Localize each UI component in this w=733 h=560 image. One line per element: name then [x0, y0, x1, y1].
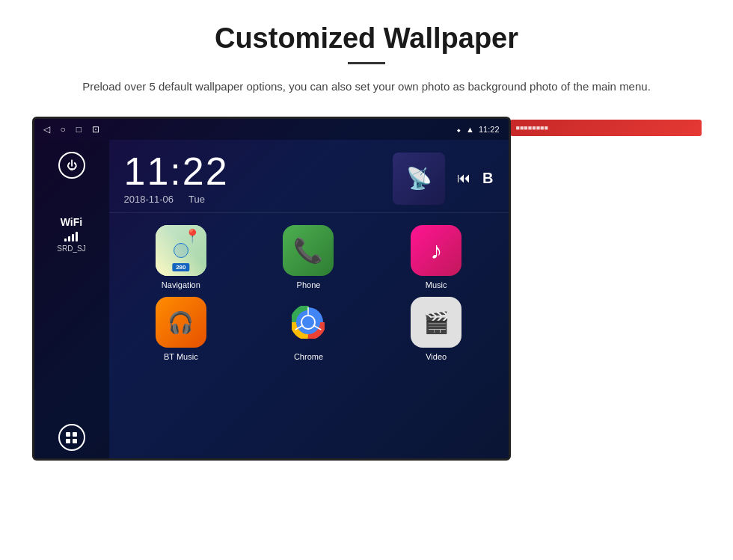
wifi-bar-4 [76, 232, 78, 241]
music-label: Music [426, 280, 447, 289]
clock-block: 11:22 2018-11-06 Tue [124, 152, 378, 205]
bt-music-app-icon: 🎧 [156, 297, 206, 348]
date-value: 2018-11-06 [124, 194, 174, 205]
music-icon: ♪ [430, 237, 442, 265]
clock-area: 11:22 2018-11-06 Tue 📡 ⏮ B [109, 140, 509, 213]
wifi-bar-1 [64, 239, 67, 241]
navigation-label: Navigation [162, 280, 200, 289]
page-wrapper: Customized Wallpaper Preload over 5 defa… [0, 0, 733, 476]
app-item-music[interactable]: ♪ Music [376, 225, 497, 289]
android-screen: ◁ ○ □ ⊡ ⬥ ▲ 11:22 ⏻ [32, 117, 511, 461]
red-bar-label: ■■■■■■■■ [516, 124, 549, 132]
prev-track-icon[interactable]: ⏮ [457, 170, 470, 186]
device-container: ◁ ○ □ ⊡ ⬥ ▲ 11:22 ⏻ [30, 117, 703, 461]
chrome-svg [292, 306, 325, 339]
video-app-icon: 🎬 [411, 297, 461, 348]
video-label: Video [426, 352, 447, 361]
phone-icon: 📞 [293, 236, 323, 265]
title-divider [348, 62, 385, 64]
music-app-icon: ♪ [411, 225, 461, 276]
wifi-ssid: SRD_SJ [57, 244, 85, 253]
bluetooth-icon: 🎧 [168, 310, 194, 335]
app-item-video[interactable]: 🎬 Video [376, 297, 497, 361]
chrome-label: Chrome [294, 352, 323, 361]
wifi-bars [64, 231, 78, 241]
phone-app-icon: 📞 [283, 225, 334, 276]
wallpaper-panel: ■■■■■■■■ [507, 117, 702, 139]
power-button[interactable]: ⏻ [58, 152, 85, 179]
wifi-label: WiFi [61, 216, 82, 228]
phone-label: Phone [297, 280, 321, 289]
wifi-widget: WiFi SRD_SJ [57, 216, 85, 253]
center-content: 11:22 2018-11-06 Tue 📡 ⏮ B [109, 140, 509, 461]
location-icon: ⬥ [456, 125, 461, 134]
wifi-bar-3 [72, 234, 74, 241]
app-item-chrome[interactable]: Chrome [248, 297, 369, 361]
power-icon: ⏻ [67, 159, 77, 171]
page-title: Customized Wallpaper [30, 22, 703, 55]
home-icon[interactable]: ○ [61, 124, 66, 135]
app-item-bt-music[interactable]: 🎧 BT Music [121, 297, 242, 361]
status-bar: ◁ ○ □ ⊡ ⬥ ▲ 11:22 [34, 119, 509, 140]
media-box: 📡 [393, 153, 445, 205]
dot-4 [73, 439, 77, 443]
wifi-bar-2 [68, 236, 70, 241]
dot-1 [66, 432, 70, 437]
video-icon: 🎬 [423, 310, 450, 335]
status-right: ⬥ ▲ 11:22 [456, 125, 499, 134]
wifi-status-icon: ▲ [466, 125, 474, 134]
app-item-navigation[interactable]: 📍 280 Navigation [121, 225, 242, 289]
apps-button[interactable] [58, 424, 85, 451]
app-grid: 📍 280 Navigation 📞 [109, 213, 509, 373]
day-value: Tue [188, 194, 205, 205]
status-time: 11:22 [479, 125, 500, 134]
main-area: ⏻ WiFi SRD_SJ [34, 140, 509, 461]
signal-icon: 📡 [406, 166, 432, 191]
back-icon[interactable]: ◁ [43, 124, 50, 135]
letter-b-icon: B [482, 170, 493, 187]
dot-2 [73, 432, 77, 437]
svg-point-5 [302, 316, 314, 328]
dot-3 [66, 439, 70, 443]
chrome-app-icon [283, 297, 334, 348]
page-description: Preload over 5 default wallpaper options… [75, 78, 658, 96]
apps-grid-icon [66, 432, 77, 443]
clock-time: 11:22 [124, 152, 378, 191]
clock-date: 2018-11-06 Tue [124, 194, 378, 205]
recents-icon[interactable]: □ [76, 124, 82, 135]
screenshot-icon[interactable]: ⊡ [92, 124, 99, 135]
app-item-phone[interactable]: 📞 Phone [248, 225, 369, 289]
navigation-app-icon: 📍 280 [156, 225, 206, 276]
media-icons: 📡 ⏮ B [393, 153, 493, 205]
left-sidebar: ⏻ WiFi SRD_SJ [34, 140, 109, 461]
bt-music-label: BT Music [164, 352, 198, 361]
nav-icons: ◁ ○ □ ⊡ [43, 124, 100, 135]
small-red-bar: ■■■■■■■■ [510, 120, 702, 136]
